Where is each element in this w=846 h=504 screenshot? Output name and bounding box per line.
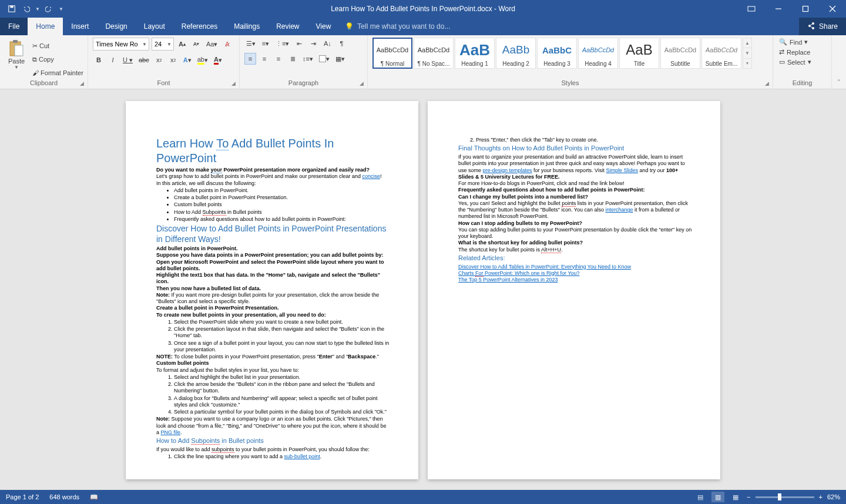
tab-references[interactable]: References <box>173 18 226 35</box>
tab-home[interactable]: Home <box>28 18 63 35</box>
close-icon[interactable] <box>819 0 846 18</box>
change-case-button[interactable]: Aa▾ <box>204 38 219 50</box>
style--no-spac-[interactable]: AaBbCcDd¶ No Spac... <box>414 38 454 69</box>
tab-insert[interactable]: Insert <box>63 18 97 35</box>
strikethrough-button[interactable]: abc <box>137 54 151 66</box>
web-layout-icon[interactable]: ▦ <box>729 492 742 502</box>
bullets-button[interactable]: ☰▾ <box>244 38 257 49</box>
superscript-button[interactable]: x2 <box>167 54 179 66</box>
style-heading-3[interactable]: AaBbCHeading 3 <box>537 38 577 69</box>
customize-qat-icon[interactable]: ▼ <box>59 6 63 12</box>
styles-down-icon[interactable]: ▼ <box>743 48 751 58</box>
zoom-level[interactable]: 62% <box>827 493 840 500</box>
svg-line-11 <box>810 26 812 28</box>
ribbon-display-icon[interactable] <box>738 0 765 18</box>
word-count[interactable]: 648 words <box>49 493 79 500</box>
style-heading-1[interactable]: AaBHeading 1 <box>455 38 495 69</box>
collapse-ribbon-icon[interactable]: ˄ <box>837 79 841 86</box>
align-left-button[interactable]: ≡ <box>244 53 256 65</box>
dialog-launcher-icon[interactable]: ◢ <box>80 80 84 86</box>
proofing-icon[interactable]: 📖 <box>90 493 98 501</box>
borders-button[interactable]: ▦▾ <box>334 53 347 65</box>
replace-button[interactable]: ⇄Replace <box>778 48 827 56</box>
bold-button[interactable]: B <box>93 54 105 66</box>
page-indicator[interactable]: Page 1 of 2 <box>6 493 39 500</box>
style-subtle-em-[interactable]: AaBbCcDdSubtle Em... <box>701 38 741 69</box>
font-name-select[interactable]: Times New Ro▼ <box>93 38 149 51</box>
tab-mailings[interactable]: Mailings <box>226 18 268 35</box>
line-spacing-button[interactable]: ↕≡▾ <box>301 53 315 65</box>
window-title: Learn How To Add Bullet Points In PowerP… <box>331 5 515 13</box>
group-label: Clipboard <box>30 79 58 86</box>
styles-more-icon[interactable]: ▾ <box>743 58 751 68</box>
paste-icon <box>7 39 26 58</box>
copy-button[interactable]: ⧉ Copy <box>31 53 87 65</box>
font-size-select[interactable]: 24▼ <box>152 38 174 51</box>
subscript-button[interactable]: x2 <box>153 54 165 66</box>
align-right-button[interactable]: ≡ <box>273 53 284 65</box>
tab-view[interactable]: View <box>308 18 340 35</box>
tab-review[interactable]: Review <box>268 18 307 35</box>
multilevel-list-button[interactable]: ⋮≡▾ <box>274 38 291 49</box>
justify-button[interactable]: ≣ <box>287 53 298 65</box>
share-button[interactable]: Share <box>799 18 846 35</box>
find-icon: 🔍 <box>779 38 787 46</box>
group-label: Font <box>157 79 170 86</box>
tab-file[interactable]: File <box>0 18 28 35</box>
zoom-slider[interactable] <box>756 496 814 498</box>
group-editing: 🔍Find ▾ ⇄Replace ▭Select ▾ Editing <box>773 35 832 89</box>
page-1[interactable]: Learn How To Add Bullet Points In PowerP… <box>126 101 418 479</box>
svg-rect-1 <box>10 6 13 8</box>
zoom-out-icon[interactable]: − <box>747 493 750 500</box>
maximize-icon[interactable] <box>792 0 819 18</box>
tab-design[interactable]: Design <box>97 18 135 35</box>
sort-button[interactable]: A↓ <box>321 38 333 49</box>
style-heading-2[interactable]: AaBbHeading 2 <box>496 38 536 69</box>
styles-gallery[interactable]: AaBbCcDd¶ NormalAaBbCcDd¶ No Spac...AaBH… <box>372 38 768 69</box>
select-button[interactable]: ▭Select ▾ <box>778 58 827 66</box>
tab-layout[interactable]: Layout <box>136 18 173 35</box>
redo-icon[interactable] <box>45 4 54 14</box>
save-icon[interactable] <box>7 4 16 14</box>
highlight-button[interactable]: ab▾ <box>196 54 210 66</box>
chevron-down-icon: ▼ <box>14 65 19 70</box>
undo-dropdown-icon[interactable]: ▼ <box>35 6 40 12</box>
format-painter-button[interactable]: 🖌 Format Painter <box>31 67 87 79</box>
increase-indent-button[interactable]: ⇥ <box>307 38 319 49</box>
undo-icon[interactable] <box>21 4 31 14</box>
tell-me-search[interactable]: 💡 Tell me what you want to do... <box>339 18 450 35</box>
paste-button[interactable]: Paste ▼ <box>5 38 28 71</box>
dialog-launcher-icon[interactable]: ◢ <box>360 80 364 86</box>
styles-up-icon[interactable]: ▲ <box>743 38 751 48</box>
decrease-indent-button[interactable]: ⇤ <box>293 38 305 49</box>
style-subtitle[interactable]: AaBbCcDdSubtitle <box>660 38 700 69</box>
style-heading-4[interactable]: AaBbCcDdHeading 4 <box>578 38 618 69</box>
ribbon-tabs: File Home Insert Design Layout Reference… <box>0 18 846 35</box>
text-effects-button[interactable]: A▾ <box>182 54 193 66</box>
numbering-button[interactable]: ≡▾ <box>260 38 271 49</box>
style--normal[interactable]: AaBbCcDd¶ Normal <box>372 38 412 69</box>
print-layout-icon[interactable]: ▥ <box>711 492 724 502</box>
dialog-launcher-icon[interactable]: ◢ <box>231 80 236 86</box>
copy-icon: ⧉ <box>32 56 37 63</box>
page-2[interactable]: Press "Enter," then click the "Tab" key … <box>428 101 720 479</box>
shrink-font-button[interactable]: A▾ <box>190 38 202 50</box>
minimize-icon[interactable] <box>765 0 792 18</box>
read-mode-icon[interactable]: ▤ <box>694 492 707 502</box>
document-workspace[interactable]: Learn How To Add Bullet Points In PowerP… <box>0 89 846 490</box>
grow-font-button[interactable]: A▴ <box>176 38 188 50</box>
italic-button[interactable]: I <box>107 54 119 66</box>
chevron-down-icon: ▼ <box>167 42 172 47</box>
dialog-launcher-icon[interactable]: ◢ <box>765 80 769 86</box>
shading-button[interactable]: ▾ <box>317 53 331 65</box>
font-color-button[interactable]: A▾ <box>212 54 224 66</box>
cut-button[interactable]: ✂ Cut <box>31 40 87 52</box>
align-center-button[interactable]: ≡ <box>258 53 270 65</box>
underline-button[interactable]: U ▾ <box>121 54 135 66</box>
zoom-in-icon[interactable]: + <box>819 493 822 500</box>
show-marks-button[interactable]: ¶ <box>335 38 347 49</box>
clear-formatting-button[interactable]: A̷ <box>221 38 233 50</box>
svg-rect-4 <box>803 6 808 12</box>
style-title[interactable]: AaBTitle <box>619 38 659 69</box>
find-button[interactable]: 🔍Find ▾ <box>778 38 827 46</box>
